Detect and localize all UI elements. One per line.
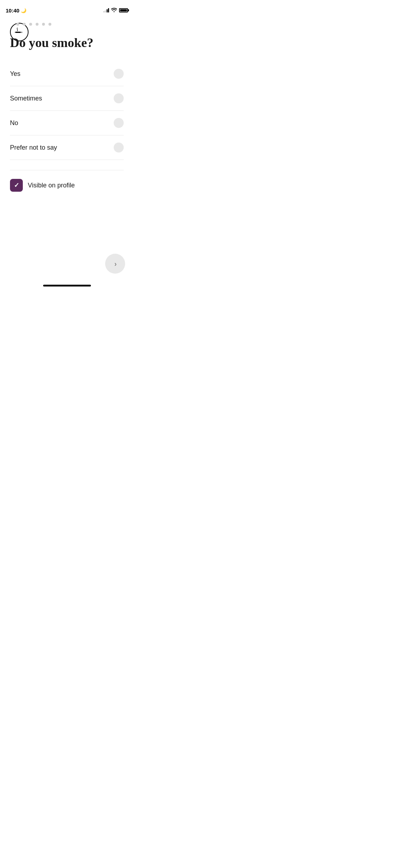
progress-dot-current xyxy=(10,23,13,26)
progress-dot-3 xyxy=(23,23,26,26)
next-button[interactable]: › xyxy=(105,254,125,274)
status-icons xyxy=(103,7,128,13)
main-content: Do you smoke? Yes Sometimes No Prefer no… xyxy=(0,16,134,192)
home-indicator xyxy=(43,285,91,286)
time-display: 10:40 xyxy=(6,7,19,14)
status-bar: 10:40 🌙 xyxy=(0,0,134,16)
moon-icon: 🌙 xyxy=(21,8,26,13)
option-yes[interactable]: Yes xyxy=(10,62,124,86)
options-list: Yes Sometimes No Prefer not to say xyxy=(10,62,124,160)
progress-dots xyxy=(10,23,124,26)
option-sometimes-label: Sometimes xyxy=(10,95,42,102)
question-title: Do you smoke? xyxy=(10,36,124,50)
battery-icon xyxy=(119,8,128,12)
checkmark-icon: ✓ xyxy=(14,181,19,189)
radio-sometimes[interactable] xyxy=(114,93,124,103)
svg-rect-0 xyxy=(15,32,21,33)
progress-dot-2 xyxy=(16,23,19,26)
radio-yes[interactable] xyxy=(114,69,124,79)
progress-dot-7 xyxy=(48,23,51,26)
signal-icon xyxy=(103,8,109,12)
option-prefer-not-label: Prefer not to say xyxy=(10,144,57,151)
wifi-icon xyxy=(111,7,117,13)
progress-dot-6 xyxy=(42,23,45,26)
visible-checkbox[interactable]: ✓ xyxy=(10,179,23,192)
separator xyxy=(10,170,124,170)
radio-no[interactable] xyxy=(114,118,124,128)
radio-prefer-not[interactable] xyxy=(114,143,124,153)
status-time: 10:40 🌙 xyxy=(6,7,26,14)
svg-rect-1 xyxy=(21,32,22,33)
option-sometimes[interactable]: Sometimes xyxy=(10,86,124,111)
option-yes-label: Yes xyxy=(10,70,20,78)
option-no-label: No xyxy=(10,119,18,127)
visible-on-profile[interactable]: ✓ Visible on profile xyxy=(10,179,124,192)
visible-on-profile-label: Visible on profile xyxy=(28,182,75,189)
option-no[interactable]: No xyxy=(10,111,124,135)
progress-dot-4 xyxy=(29,23,32,26)
chevron-right-icon: › xyxy=(114,260,117,268)
option-prefer-not[interactable]: Prefer not to say xyxy=(10,135,124,160)
progress-dot-5 xyxy=(36,23,38,26)
